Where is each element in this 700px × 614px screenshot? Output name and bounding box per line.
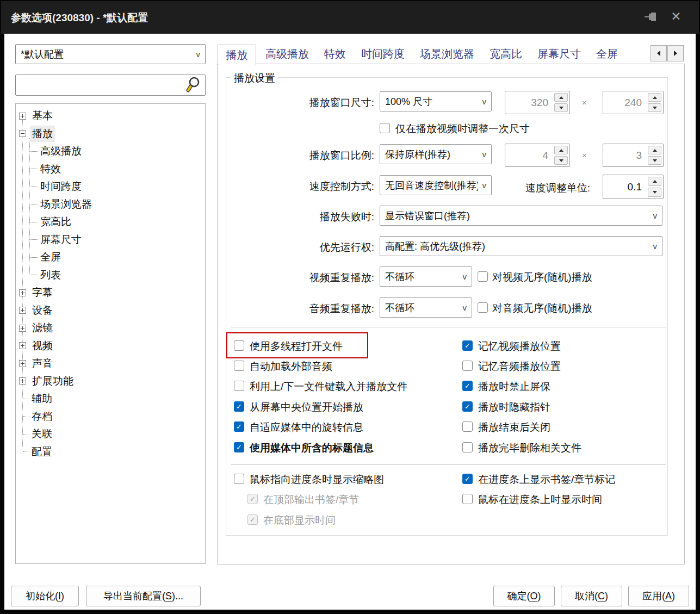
tree-item-video[interactable]: 视频 [16,337,205,355]
tree-item-time-span[interactable]: 时间跨度 [16,178,205,196]
tab-scroll-left-button[interactable] [651,45,667,61]
window-ratio-combo[interactable]: 保持原样(推荐) v [380,144,492,164]
spin-down-button[interactable] [648,156,661,165]
tree-item-fullscreen[interactable]: 全屏 [16,249,205,266]
collapse-minus-icon[interactable] [19,130,26,137]
rotation-info-label[interactable]: 自适应媒体中的旋转信息 [250,420,363,435]
audio-shuffle-label[interactable]: 对音频无序(随机)播放 [492,301,592,315]
pin-icon[interactable] [643,10,660,24]
expand-plus-icon[interactable] [19,289,26,296]
tree-item-devices[interactable]: 设备 [16,302,205,320]
tree-item-effects[interactable]: 特效 [16,160,205,178]
remember-video-pos-checkbox[interactable] [462,340,473,351]
remember-video-pos-label[interactable]: 记忆视频播放位置 [478,339,561,353]
disable-screensaver-checkbox[interactable] [462,381,473,391]
expand-plus-icon[interactable] [19,342,26,349]
prev-next-key-checkbox[interactable] [234,381,244,391]
expand-plus-icon[interactable] [19,307,26,314]
spin-up-button[interactable] [648,177,661,186]
spin-up-button[interactable] [648,146,661,154]
tree-item-basic[interactable]: 基本 [16,107,205,125]
tree-item-assist[interactable]: 辅助 [16,390,205,408]
hide-cursor-checkbox[interactable] [462,401,473,412]
disable-screensaver-label[interactable]: 播放时禁止屏保 [478,380,550,394]
ratio-height-spinner[interactable]: 3 [603,144,664,167]
export-config-button[interactable]: 导出当前配置(S)... [86,586,201,606]
seekbar-thumbnail-checkbox[interactable] [234,474,244,484]
audio-repeat-combo[interactable]: 不循环 v [380,297,472,318]
ratio-width-spinner[interactable]: 4 [505,144,570,167]
close-after-playback-checkbox[interactable] [462,421,473,432]
seekbar-bookmarks-label[interactable]: 在进度条上显示书签/章节标记 [478,473,615,487]
spin-up-button[interactable] [648,93,661,102]
tree-item-audio[interactable]: 声音 [16,355,205,373]
initialize-button[interactable]: 初始化(I) [11,586,79,606]
center-screen-label[interactable]: 从屏幕中央位置开始播放 [250,400,363,414]
tab-scene-browser[interactable]: 场景浏览器 [420,47,474,61]
autoload-audio-label[interactable]: 自动加载外部音频 [250,359,332,374]
resize-once-checkbox[interactable] [380,123,390,133]
tree-item-screen-size[interactable]: 屏幕尺寸 [16,231,205,249]
window-size-combo[interactable]: 100% 尺寸 v [380,91,492,111]
media-title-checkbox[interactable] [234,442,244,452]
seekbar-hover-time-label[interactable]: 鼠标在进度条上时显示时间 [478,493,602,507]
speed-mode-combo[interactable]: 无回音速度控制(推荐) v [380,175,492,195]
tree-item-archive[interactable]: 存档 [16,408,205,426]
on-fail-combo[interactable]: 显示错误窗口(推荐) v [380,206,662,226]
tab-screen-size[interactable]: 屏幕尺寸 [537,47,581,61]
delete-after-playback-label[interactable]: 播放完毕删除相关文件 [478,441,581,455]
video-repeat-combo[interactable]: 不循环 v [380,266,472,287]
search-box[interactable] [15,75,206,96]
tab-aspect-ratio[interactable]: 宽高比 [490,47,522,61]
resize-once-label[interactable]: 仅在播放视频时调整一次尺寸 [395,122,530,136]
speed-unit-spinner[interactable]: 0.1 [603,175,664,199]
search-input[interactable] [16,79,185,91]
seekbar-bookmarks-checkbox[interactable] [462,474,473,484]
apply-button[interactable]: 应用(A) [628,586,689,606]
priority-combo[interactable]: 高配置: 高优先级(推荐) v [380,236,662,256]
tab-effects[interactable]: 特效 [324,47,346,61]
audio-shuffle-checkbox[interactable] [478,302,488,313]
seekbar-thumbnail-label[interactable]: 鼠标指向进度条时显示缩略图 [250,473,384,487]
prev-next-key-label[interactable]: 利用上/下一文件键载入并播放文件 [250,380,407,394]
tree-item-aspect-ratio[interactable]: 宽高比 [16,213,205,231]
center-screen-checkbox[interactable] [234,401,244,412]
spin-down-button[interactable] [554,103,568,112]
ok-button[interactable]: 确定(O) [493,586,555,606]
tree-item-filters[interactable]: 滤镜 [16,319,205,337]
expand-plus-icon[interactable] [19,377,26,384]
tab-fullscreen[interactable]: 全屏 [596,47,618,61]
tree-item-advanced-playback[interactable]: 高级播放 [16,142,205,160]
seekbar-hover-time-checkbox[interactable] [462,494,473,504]
close-after-playback-label[interactable]: 播放结束后关闭 [478,420,550,435]
tree-item-extensions[interactable]: 扩展功能 [16,373,205,390]
tree-item-association[interactable]: 关联 [16,425,205,443]
close-icon[interactable]: ✕ [667,8,685,25]
tree-item-subtitles[interactable]: 字幕 [16,284,205,302]
hide-cursor-label[interactable]: 播放时隐藏指针 [478,400,550,414]
media-title-label[interactable]: 使用媒体中所含的标题信息 [250,441,374,455]
tab-time-span[interactable]: 时间跨度 [361,47,405,61]
spin-up-button[interactable] [554,146,568,154]
tree-item-playlist[interactable]: 列表 [16,266,205,284]
delete-after-playback-checkbox[interactable] [462,442,473,452]
tree-item-scene-browser[interactable]: 场景浏览器 [16,196,205,214]
tab-playback[interactable]: 播放 [218,45,256,65]
profile-dropdown[interactable]: *默认配置 v [15,44,206,64]
cancel-button[interactable]: 取消(C) [561,586,622,606]
tree-item-playback[interactable]: 播放 [16,125,205,143]
expand-plus-icon[interactable] [19,325,26,332]
spin-down-button[interactable] [554,156,568,165]
width-spinner[interactable]: 320 [505,91,570,114]
tab-advanced-playback[interactable]: 高级播放 [265,47,309,61]
expand-plus-icon[interactable] [19,360,26,367]
video-shuffle-label[interactable]: 对视频无序(随机)播放 [492,270,592,284]
tree-item-config[interactable]: 配置 [16,443,205,461]
autoload-audio-checkbox[interactable] [234,361,244,371]
video-shuffle-checkbox[interactable] [478,271,488,282]
height-spinner[interactable]: 240 [603,91,664,114]
remember-audio-pos-checkbox[interactable] [462,361,473,371]
multithread-open-label[interactable]: 使用多线程打开文件 [250,339,343,353]
spin-down-button[interactable] [648,188,661,197]
multithread-open-checkbox[interactable] [234,340,244,351]
